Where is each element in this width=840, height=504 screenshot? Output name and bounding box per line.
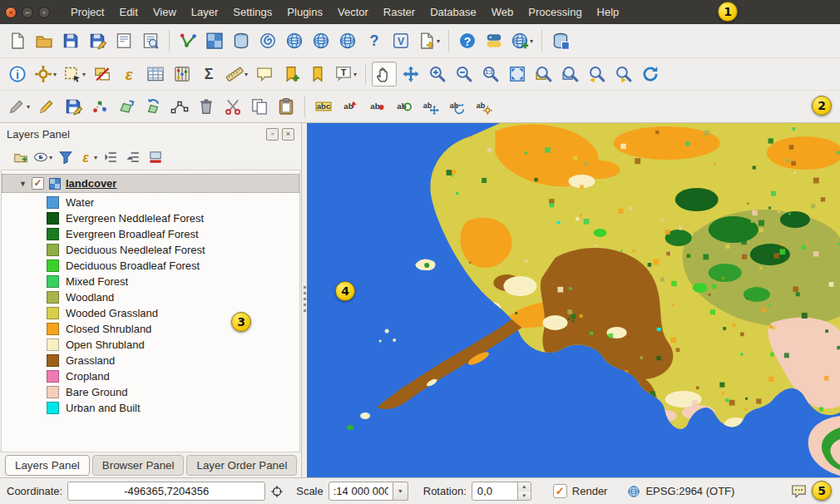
node-tool-button[interactable] xyxy=(167,94,192,119)
zoom-native-button[interactable] xyxy=(478,62,503,86)
dropdown-arrow-icon[interactable]: ▾ xyxy=(27,103,30,111)
menu-raster[interactable]: Raster xyxy=(376,0,422,24)
legend-item[interactable]: Woodland xyxy=(2,289,299,305)
pan-to-selection-button[interactable] xyxy=(398,62,423,86)
menu-vector[interactable]: Vector xyxy=(330,0,376,24)
select-features-button[interactable]: ▾ xyxy=(61,62,88,86)
copy-features-button[interactable] xyxy=(247,94,272,119)
panel-close-button[interactable]: × xyxy=(282,128,294,141)
legend-item[interactable]: Evergreen Broadleaf Forest xyxy=(2,226,299,242)
change-label-properties-button[interactable] xyxy=(471,94,496,119)
legend-item[interactable]: Closed Shrubland xyxy=(2,321,299,337)
rotation-spinner[interactable]: ▲ ▼ xyxy=(472,482,531,501)
add-wcs-layer-button[interactable] xyxy=(309,28,334,53)
dropdown-arrow-icon[interactable]: ▾ xyxy=(82,71,86,78)
cut-features-button[interactable] xyxy=(220,94,245,119)
close-button[interactable]: × xyxy=(5,7,17,18)
text-annotation-button[interactable]: ▾ xyxy=(332,62,359,86)
rotation-down-button[interactable]: ▼ xyxy=(518,492,531,501)
map-view[interactable] xyxy=(307,123,840,477)
scale-input[interactable] xyxy=(329,482,393,501)
statistical-summary-button[interactable] xyxy=(196,62,221,86)
filter-legend-button[interactable] xyxy=(55,147,76,168)
layer-item-landcover[interactable]: ▼ ✓ landcover xyxy=(2,174,299,193)
zoom-next-button[interactable] xyxy=(611,62,636,86)
current-edits-button[interactable]: ▾ xyxy=(5,94,32,119)
collapse-all-button[interactable] xyxy=(122,147,143,168)
new-bookmark-button[interactable] xyxy=(279,62,304,86)
tab-layers-panel[interactable]: Layers Panel xyxy=(5,455,90,476)
zoom-to-layer-button[interactable] xyxy=(558,62,583,86)
dropdown-arrow-icon[interactable]: ▾ xyxy=(94,154,97,161)
legend-item[interactable]: Deciduous Needleleaf Forest xyxy=(2,242,299,258)
legend-item[interactable]: Evergreen Neddleleaf Forest xyxy=(2,210,299,226)
rotation-up-button[interactable]: ▲ xyxy=(518,482,531,492)
save-layer-edits-button[interactable] xyxy=(61,94,86,119)
refresh-map-button[interactable] xyxy=(638,62,663,86)
menu-database[interactable]: Database xyxy=(422,0,484,24)
menu-processing[interactable]: Processing xyxy=(521,0,589,24)
render-checkbox[interactable]: ✓ xyxy=(553,484,567,498)
menu-view[interactable]: View xyxy=(146,0,184,24)
measure-button[interactable]: ▾ xyxy=(223,62,250,86)
highlight-pinned-labels-button[interactable] xyxy=(391,94,416,119)
save-project-as-button[interactable] xyxy=(85,28,110,53)
dropdown-arrow-icon[interactable]: ▾ xyxy=(530,37,533,45)
menu-layer[interactable]: Layer xyxy=(184,0,226,24)
map-canvas[interactable] xyxy=(307,123,840,477)
add-delimited-text-layer-button[interactable] xyxy=(362,28,387,53)
run-feature-action-button[interactable]: ▾ xyxy=(32,62,59,86)
legend-item[interactable]: Wooded Grassland xyxy=(2,305,299,321)
tab-browser-panel[interactable]: Browser Panel xyxy=(92,455,185,476)
expand-all-button[interactable] xyxy=(100,147,121,168)
delete-selected-button[interactable] xyxy=(194,94,219,119)
panel-splitter[interactable] xyxy=(301,123,307,477)
mouse-position-toggle-button[interactable] xyxy=(268,482,286,501)
crs-status-button[interactable]: EPSG:2964 (OTF) xyxy=(627,485,734,498)
dropdown-arrow-icon[interactable]: ▾ xyxy=(245,71,248,78)
panel-float-button[interactable]: ▫ xyxy=(266,128,279,141)
add-spatialite-layer-button[interactable] xyxy=(255,28,280,53)
dropdown-arrow-icon[interactable]: ▾ xyxy=(53,71,57,78)
menu-plugins[interactable]: Plugins xyxy=(279,0,330,24)
pan-map-button[interactable] xyxy=(372,62,397,86)
open-project-button[interactable] xyxy=(32,28,57,53)
minimize-button[interactable]: – xyxy=(22,7,33,18)
new-project-button[interactable] xyxy=(5,28,30,53)
deselect-all-button[interactable] xyxy=(90,62,115,86)
legend-item[interactable]: Water xyxy=(2,195,299,210)
dropdown-arrow-icon[interactable]: ▾ xyxy=(49,154,52,161)
legend-item[interactable]: Cropland xyxy=(2,368,299,384)
add-virtual-layer-button[interactable] xyxy=(388,28,413,53)
identify-features-button[interactable] xyxy=(5,62,30,86)
zoom-to-selection-button[interactable] xyxy=(531,62,556,86)
legend-item[interactable]: Grassland xyxy=(2,353,299,368)
scale-combobox[interactable]: ▾ xyxy=(329,482,408,501)
move-feature-button[interactable] xyxy=(114,94,139,119)
zoom-in-button[interactable] xyxy=(425,62,450,86)
messages-button[interactable] xyxy=(788,482,808,502)
menu-settings[interactable]: Settings xyxy=(225,0,279,24)
legend-item[interactable]: Urban and Built xyxy=(2,400,299,416)
new-print-composer-button[interactable] xyxy=(111,28,136,53)
dropdown-arrow-icon[interactable]: ▾ xyxy=(437,37,440,45)
add-feature-button[interactable] xyxy=(87,94,112,119)
legend-item[interactable]: Open Shrubland xyxy=(2,337,299,353)
remove-layer-button[interactable] xyxy=(145,147,166,168)
select-by-expression-button[interactable] xyxy=(116,62,141,86)
toggle-editing-button[interactable] xyxy=(34,94,59,119)
tab-layer-order-panel[interactable]: Layer Order Panel xyxy=(186,455,297,476)
add-wfs-layer-button[interactable] xyxy=(335,28,360,53)
show-hide-labels-button[interactable] xyxy=(364,94,389,119)
db-manager-button[interactable] xyxy=(548,28,573,53)
manage-layer-visibility-button[interactable]: ▾ xyxy=(32,147,53,168)
add-postgis-layer-button[interactable] xyxy=(229,28,254,53)
pin-unpin-labels-button[interactable] xyxy=(338,94,363,119)
metasearch-button[interactable]: ▾ xyxy=(508,28,536,53)
menu-project[interactable]: Project xyxy=(63,0,111,24)
show-bookmarks-button[interactable] xyxy=(305,62,330,86)
paste-features-button[interactable] xyxy=(274,94,299,119)
menu-help[interactable]: Help xyxy=(590,0,627,24)
help-contents-button[interactable] xyxy=(455,28,480,53)
add-group-button[interactable] xyxy=(10,147,31,168)
